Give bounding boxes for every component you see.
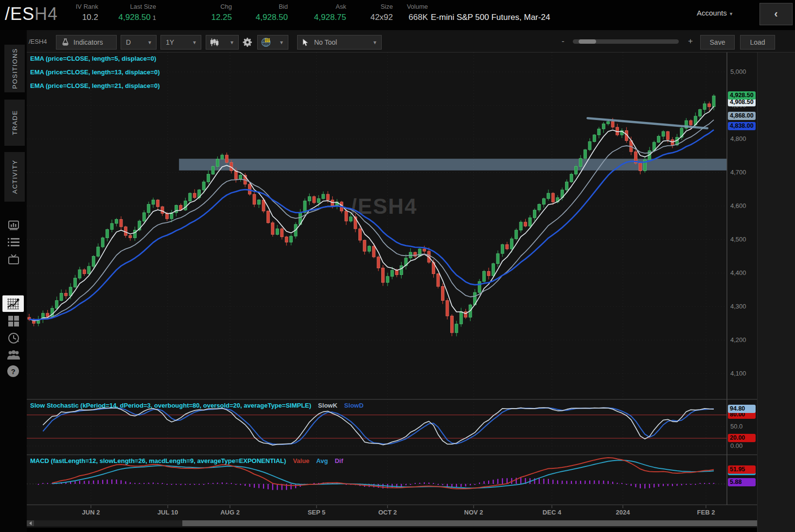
date-tick-jun-2: JUN 2 <box>82 509 100 516</box>
field-value: 10.2 <box>68 12 98 23</box>
quote-field-chg: Chg12.25 <box>197 3 232 23</box>
chevron-down-icon: ▼ <box>275 40 288 45</box>
drawing-tool-dropdown[interactable]: No Tool ▼ <box>297 35 382 50</box>
date-tick-sep-5: SEP 5 <box>308 509 326 516</box>
quote-field-bid: Bid4,928.50 <box>242 3 288 23</box>
scrollbar-thumb[interactable] <box>182 520 776 526</box>
triangle-left-icon <box>29 521 32 525</box>
last-price-badge: 4,928.50 <box>728 91 756 100</box>
watchlist-icon[interactable] <box>6 236 21 249</box>
flask-icon <box>56 38 70 46</box>
chart-toolbar: /ESH4 Indicators D▼ 1Y▼ ▼ ▼ <box>27 30 795 52</box>
field-label: Ask <box>300 3 346 10</box>
date-tick-nov-2: NOV 2 <box>464 509 483 516</box>
field-label: Size <box>364 3 393 10</box>
macd-dif-badge: 5.88 <box>728 478 756 486</box>
ema5-study-label[interactable]: EMA (price=CLOSE, length=5, displace=0) <box>30 55 156 62</box>
zoom-in-button[interactable]: + <box>688 36 693 46</box>
field-value: 4,928.50 <box>242 12 288 23</box>
field-label: Volume <box>395 3 428 10</box>
collapse-panel-button[interactable]: ‹ <box>760 3 793 25</box>
zoom-out-button[interactable]: - <box>562 36 565 46</box>
sidebar-tab-positions[interactable]: POSITIONS <box>4 45 25 92</box>
collapsed-right-panel <box>757 27 795 532</box>
chart-background <box>27 52 757 528</box>
chevron-down-icon: ▼ <box>369 40 381 45</box>
stoch-oversold-badge: 20.00 <box>728 434 756 442</box>
help-icon[interactable]: ? <box>7 365 19 377</box>
date-tick-2024: 2024 <box>616 509 630 516</box>
sidebar-tab-trade[interactable]: TRADE <box>4 100 25 146</box>
accounts-menu[interactable]: Accounts▾ <box>697 9 732 17</box>
stoch-mid-label: 50.0 <box>730 423 742 430</box>
price-tick-4200: 4,200 <box>730 336 746 343</box>
price-tick-4300: 4,300 <box>730 303 746 310</box>
date-tick-dec-4: DEC 4 <box>543 509 561 516</box>
ema21-badge: 4,838.00 <box>728 122 756 130</box>
range-dropdown[interactable]: 1Y▼ <box>160 35 201 50</box>
legend-dif[interactable]: Dif <box>335 457 343 464</box>
settings-gear-icon[interactable] <box>242 36 253 50</box>
sidebar-tab-activity[interactable]: ACTIVITY <box>4 152 25 202</box>
field-value: 42x92 <box>364 12 393 23</box>
globe-grid-icon <box>258 37 271 47</box>
chevron-left-icon: ‹ <box>774 8 777 20</box>
field-label: Last Size <box>107 3 156 10</box>
date-tick-jul-10: JUL 10 <box>158 509 178 516</box>
legend-slowk[interactable]: SlowK <box>318 402 337 409</box>
price-tick-4800: 4,800 <box>730 135 746 142</box>
stoch-slowk-badge: 94.80 <box>728 405 756 413</box>
legend-slowd[interactable]: SlowD <box>344 402 364 409</box>
field-value: 668K <box>395 12 428 23</box>
price-tick-4700: 4,700 <box>730 169 746 176</box>
price-tick-4400: 4,400 <box>730 269 746 276</box>
legend-avg[interactable]: Avg <box>316 457 328 464</box>
price-tick-4600: 4,600 <box>730 202 746 209</box>
last-size-qty: 1 <box>153 14 156 21</box>
indicators-button[interactable]: Indicators <box>56 35 117 50</box>
grid-icon[interactable] <box>6 314 21 328</box>
surface-dropdown[interactable]: ▼ <box>257 35 288 50</box>
ema13-badge: 4,868.00 <box>728 112 756 120</box>
legend-value[interactable]: Value <box>293 457 309 464</box>
field-label: IV Rank <box>68 3 98 10</box>
cursor-icon <box>298 38 309 47</box>
active-chart-icon[interactable] <box>2 295 24 312</box>
load-button[interactable]: Load <box>740 35 775 50</box>
macd-study-label[interactable]: MACD (fastLength=12, slowLength=26, macd… <box>30 457 343 464</box>
quote-field-volume: Volume668K <box>395 3 428 23</box>
save-button[interactable]: Save <box>700 35 735 50</box>
history-clock-icon[interactable] <box>6 331 21 345</box>
scroll-left-arrow[interactable] <box>27 520 34 526</box>
quote-field-last-size: Last Size4,928.501 <box>107 3 156 24</box>
chevron-down-icon: ▼ <box>143 40 156 45</box>
date-tick-oct-2: OCT 2 <box>378 509 397 516</box>
toolbar-symbol-label: /ESH4 <box>29 38 47 45</box>
tv-icon[interactable] <box>6 253 21 266</box>
field-value: 4,928.501 <box>107 12 156 24</box>
instrument-description: E-mini S&P 500 Futures, Mar-24 <box>431 13 550 22</box>
candlestick-icon <box>206 38 219 47</box>
left-sidebar: POSITIONSTRADEACTIVITY ? <box>0 30 27 532</box>
ema13-study-label[interactable]: EMA (price=CLOSE, length=13, displace=0) <box>30 69 159 76</box>
community-icon[interactable] <box>6 348 21 362</box>
zoom-slider-thumb[interactable] <box>579 39 596 44</box>
price-tick-4100: 4,100 <box>730 370 746 377</box>
zoom-slider[interactable] <box>573 39 679 44</box>
scrollbar-track[interactable] <box>34 520 182 526</box>
stoch-study-label[interactable]: Slow Stochastic (kPeriod=14, dPeriod=3, … <box>30 402 364 409</box>
date-tick-feb-2: FEB 2 <box>697 509 715 516</box>
symbol-title: /ESH4 <box>5 4 58 24</box>
chevron-down-icon: ▼ <box>188 40 201 45</box>
symbol-root: /ES <box>5 4 35 24</box>
quote-field-size: Size42x92 <box>364 3 393 23</box>
report-chart-icon[interactable] <box>6 219 21 232</box>
field-label: Chg <box>197 3 232 10</box>
horizontal-scrollbar[interactable] <box>27 520 792 526</box>
timeframe-dropdown[interactable]: D▼ <box>121 35 157 50</box>
field-value: 12.25 <box>197 12 232 23</box>
ema21-study-label[interactable]: EMA (price=CLOSE, length=21, displace=0) <box>30 82 159 89</box>
price-tick-4500: 4,500 <box>730 236 746 243</box>
macd-value-badge: 51.95 <box>728 465 756 474</box>
chart-type-dropdown[interactable]: ▼ <box>206 35 239 50</box>
